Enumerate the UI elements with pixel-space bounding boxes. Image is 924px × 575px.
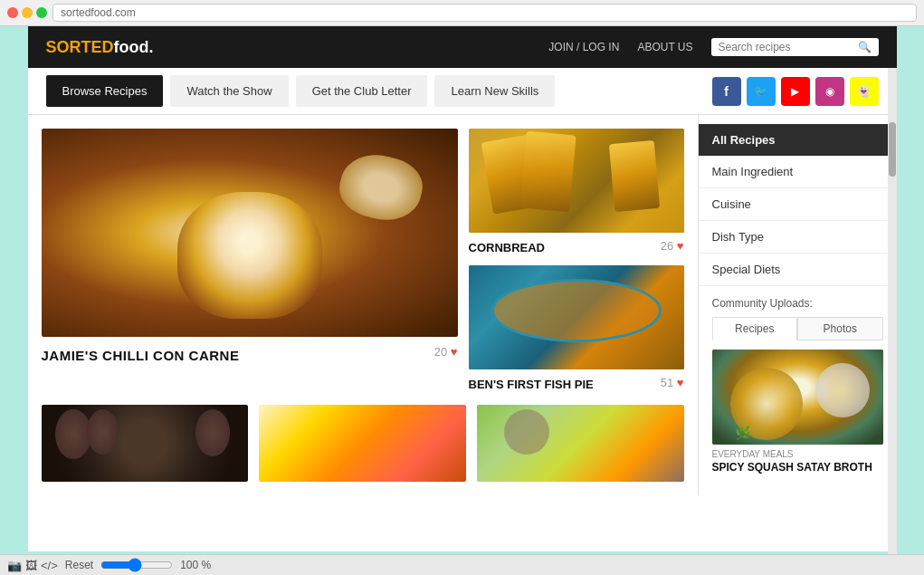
community-title: Community Uploads:: [712, 297, 883, 310]
heart-icon-2: ♥: [677, 239, 684, 253]
search-icon: 🔍: [858, 41, 872, 53]
logo-text-main: SORTED: [46, 38, 114, 56]
community-recipe-title: SPICY SQUASH SATAY BROTH: [712, 461, 883, 474]
bottom-icons[interactable]: 📷 🖼 </>: [7, 559, 58, 572]
sidebar-item-dish-type[interactable]: Dish Type: [699, 221, 897, 254]
zoom-slider[interactable]: [100, 558, 173, 572]
main-content: JAMIE'S CHILLI CON CARNE 20 ♥: [28, 115, 897, 495]
fishpie-likes: 51 ♥: [661, 376, 684, 389]
thumb-image-1: [42, 405, 249, 482]
fishpie-title: BEN'S FIRST FISH PIE: [469, 378, 594, 391]
browser-chrome: sortedfood.com: [0, 0, 924, 26]
snapchat-button[interactable]: 👻: [850, 77, 879, 106]
community-tab-photos[interactable]: Photos: [797, 317, 883, 340]
about-us-link[interactable]: ABOUT US: [637, 41, 692, 53]
join-login-link[interactable]: JOIN / LOG IN: [548, 41, 619, 53]
close-button[interactable]: [7, 7, 18, 18]
large-recipe-meta: JAMIE'S CHILLI CON CARNE 20 ♥: [42, 340, 458, 363]
fishpie-image: [469, 265, 684, 369]
image-icon[interactable]: 🖼: [25, 559, 37, 572]
sidebar-item-all-recipes[interactable]: All Recipes: [699, 124, 897, 156]
large-recipe-card[interactable]: JAMIE'S CHILLI CON CARNE 20 ♥: [42, 129, 458, 391]
large-recipe-title: JAMIE'S CHILLI CON CARNE: [42, 348, 240, 363]
small-recipe-col: CORNBREAD 26 ♥: [469, 129, 684, 391]
browser-bottom-bar: 📷 🖼 </> Reset 100 %: [0, 554, 924, 575]
large-recipe-likes: 20 ♥: [434, 345, 458, 359]
code-icon[interactable]: </>: [41, 559, 58, 572]
fishpie-meta: BEN'S FIRST FISH PIE 51 ♥: [469, 373, 684, 391]
youtube-button[interactable]: ▶: [781, 77, 810, 106]
reset-button[interactable]: Reset: [65, 559, 93, 571]
heart-icon-3: ♥: [677, 376, 684, 389]
camera-icon[interactable]: 📷: [7, 559, 22, 572]
cornbread-card[interactable]: CORNBREAD 26 ♥: [469, 129, 684, 254]
zoom-value: 100 %: [180, 559, 211, 571]
social-icons: f 🐦 ▶ ◉ 👻: [712, 77, 879, 106]
instagram-button[interactable]: ◉: [815, 77, 844, 106]
sidebar-item-cuisine[interactable]: Cuisine: [699, 188, 897, 221]
thumb-image-3: [477, 405, 684, 482]
facebook-button[interactable]: f: [712, 77, 741, 106]
search-box: 🔍: [711, 38, 879, 56]
learn-skills-button[interactable]: Learn New Skills: [434, 75, 555, 107]
recipe-bottom-row: [42, 405, 684, 482]
scrollbar[interactable]: [888, 68, 897, 554]
sidebar: All Recipes Main Ingredient Cuisine Dish…: [698, 115, 897, 495]
sidebar-item-main-ingredient[interactable]: Main Ingredient: [699, 156, 897, 188]
thumb-card-1[interactable]: [42, 405, 249, 482]
thumb-image-2: [259, 405, 466, 482]
watch-show-button[interactable]: Watch the Show: [170, 75, 288, 107]
community-tabs: Recipes Photos: [712, 317, 883, 340]
fishpie-card[interactable]: BEN'S FIRST FISH PIE 51 ♥: [469, 265, 684, 391]
header-nav: JOIN / LOG IN ABOUT US 🔍: [548, 38, 878, 56]
nav-bar: Browse Recipes Watch the Show Get the Cl…: [28, 68, 897, 115]
community-section: Community Uploads: Recipes Photos: [699, 288, 897, 483]
address-bar[interactable]: sortedfood.com: [52, 4, 917, 22]
site-header: SORTEDfood. JOIN / LOG IN ABOUT US 🔍: [28, 26, 897, 68]
cornbread-likes: 26 ♥: [661, 239, 684, 253]
scrollbar-thumb[interactable]: [889, 122, 896, 177]
browse-recipes-button[interactable]: Browse Recipes: [46, 75, 164, 107]
cornbread-meta: CORNBREAD 26 ♥: [469, 236, 684, 254]
sidebar-item-special-diets[interactable]: Special Diets: [699, 254, 897, 286]
site-logo[interactable]: SORTEDfood.: [46, 38, 154, 57]
get-club-letter-button[interactable]: Get the Club Letter: [296, 75, 428, 107]
recipe-grid: JAMIE'S CHILLI CON CARNE 20 ♥: [28, 115, 698, 495]
featured-row: JAMIE'S CHILLI CON CARNE 20 ♥: [42, 129, 684, 391]
community-featured-image[interactable]: 🌿: [712, 350, 883, 445]
twitter-button[interactable]: 🐦: [747, 77, 776, 106]
thumb-card-2[interactable]: [259, 405, 466, 482]
minimize-button[interactable]: [22, 7, 33, 18]
community-tab-recipes[interactable]: Recipes: [712, 317, 798, 340]
search-input[interactable]: [719, 41, 854, 53]
window-controls[interactable]: [7, 7, 47, 18]
community-recipe-category: Everyday Meals: [712, 449, 883, 459]
sidebar-section-filters: All Recipes Main Ingredient Cuisine Dish…: [699, 124, 897, 286]
thumb-card-3[interactable]: [477, 405, 684, 482]
cornbread-image: [469, 129, 684, 233]
large-recipe-image: [42, 129, 458, 337]
heart-icon: ♥: [451, 345, 458, 359]
cornbread-title: CORNBREAD: [469, 241, 546, 254]
maximize-button[interactable]: [36, 7, 47, 18]
logo-text-sub: food.: [114, 38, 154, 56]
